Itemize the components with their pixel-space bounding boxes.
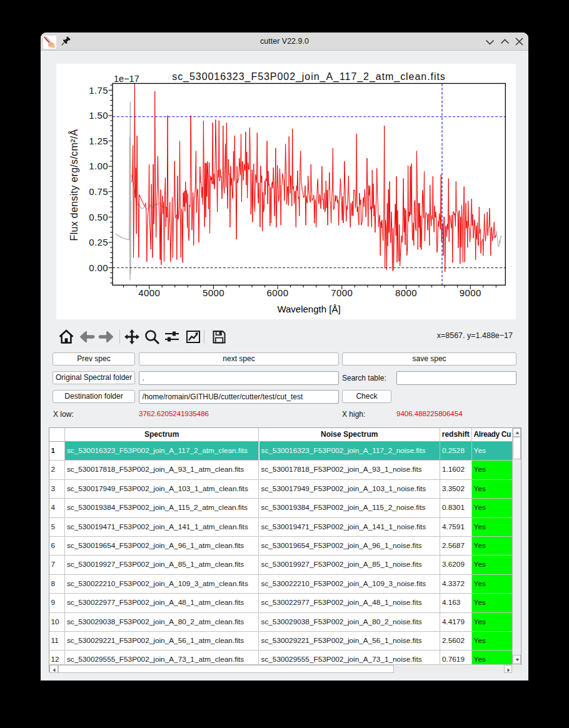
svg-text:9000: 9000 <box>460 287 481 298</box>
svg-text:Wavelength [Å]: Wavelength [Å] <box>277 304 340 314</box>
svg-text:Flux density erg/s/cm²/Å: Flux density erg/s/cm²/Å <box>68 129 79 241</box>
svg-text:0.50: 0.50 <box>89 212 108 222</box>
svg-text:0.00: 0.00 <box>89 262 108 273</box>
svg-text:5000: 5000 <box>203 287 224 298</box>
svg-text:1.00: 1.00 <box>89 161 108 171</box>
svg-text:8000: 8000 <box>395 287 417 298</box>
svg-text:sc_530016323_F53P002_join_A_11: sc_530016323_F53P002_join_A_117_2_atm_cl… <box>172 71 446 82</box>
svg-text:1.25: 1.25 <box>89 136 108 146</box>
svg-text:7000: 7000 <box>331 287 353 298</box>
svg-text:1e−17: 1e−17 <box>114 74 139 84</box>
svg-text:0.25: 0.25 <box>89 237 108 247</box>
svg-text:0.75: 0.75 <box>89 186 108 197</box>
svg-text:6000: 6000 <box>267 287 289 298</box>
svg-text:1.75: 1.75 <box>89 85 108 96</box>
svg-text:4000: 4000 <box>138 287 160 298</box>
svg-text:1.50: 1.50 <box>89 110 108 121</box>
